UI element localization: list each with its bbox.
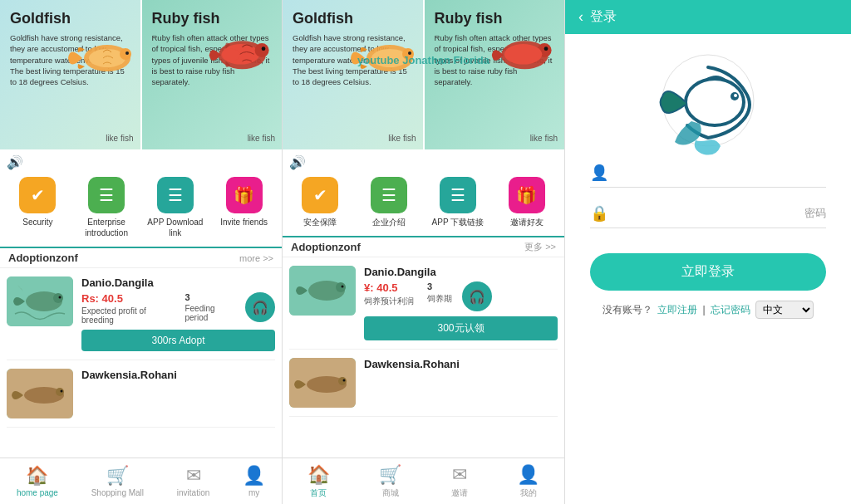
left-adopt-btn-1[interactable]: 300rs Adopt [81,330,275,351]
middle-panel: Goldfish Goldfish have strong resistance… [283,0,565,504]
fish-logo [650,51,766,159]
enterprise-label: Enterprise introduction [77,217,135,238]
middle-fish-price-1: ¥: 40.5 [364,281,414,294]
security-label: Security [22,217,52,228]
middle-fish-name-1: Danio.Dangila [364,266,558,278]
middle-enterprise-label: 企业介绍 [372,217,406,228]
user-icon: 👤 [590,164,608,182]
right-panel: ‹ 登录 👤 [565,0,851,504]
left-icon-security[interactable]: ✔ Security [8,177,66,238]
middle-section-title: Adoptionzonf [291,241,361,253]
left-icon-enterprise[interactable]: ☰ Enterprise introduction [77,177,135,238]
fish-cards: Goldfish Goldfish have strong resistance… [0,0,282,149]
left-fish-list: Danio.Dangila Rs: 40.5 Expected profit o… [0,268,282,458]
middle-fish-period-1: 饲养预计利润 [364,296,414,307]
middle-app-download-label: APP 下载链接 [432,217,485,228]
goldfish-like[interactable]: like fish [106,134,133,143]
enterprise-icon-box: ☰ [88,177,125,213]
middle-fish-cards: Goldfish Goldfish have strong resistance… [283,0,564,149]
goldfish-card[interactable]: Goldfish Goldfish have strong resistance… [0,0,142,149]
left-support-badge-1: 🎧 [245,292,275,322]
middle-icon-security[interactable]: ✔ 安全保障 [291,177,349,228]
left-nav-my[interactable]: 👤 my [243,465,265,497]
register-link[interactable]: 立即注册 [657,303,697,317]
invitation-icon: ✉ [186,465,201,487]
left-more-link[interactable]: more >> [239,253,273,263]
middle-goldfish-card[interactable]: Goldfish Goldfish have strong resistance… [283,0,425,149]
left-fish-thumb-2 [7,369,73,418]
middle-nav-invitation[interactable]: ✉ 邀请 [451,464,468,499]
middle-invite-label: 邀请好友 [510,217,544,228]
lock-icon: 🔒 [590,204,608,223]
password-label: 密码 [804,206,826,221]
left-fish-info-1: Danio.Dangila Rs: 40.5 Expected profit o… [81,276,275,351]
middle-fish-item-2: Dawkensia.Rohani [289,350,558,417]
left-nav-home[interactable]: 🏠 home page [17,465,58,497]
svg-point-2 [120,48,131,60]
middle-fish-item-1: Danio.Dangila ¥: 40.5 饲养预计利润 3 饲养期 🎧 300… [289,257,558,350]
svg-point-8 [221,49,240,61]
middle-invite-icon: 🎁 [509,177,545,213]
login-content: 👤 🔒 密码 立即登录 没有账号？ 立即注册 | 忘记密码 中文 English [565,34,851,504]
goldfish-image [61,29,136,83]
security-icon-box: ✔ [19,177,56,213]
svg-point-7 [262,46,266,51]
middle-icon-grid: ✔ 安全保障 ☰ 企业介绍 ☰ APP 下载链接 🎁 邀请好友 [283,172,564,236]
app-download-label: APP Download link [146,217,204,238]
rubyfish-like[interactable]: like fish [248,134,275,143]
svg-point-12 [59,296,61,299]
my-icon: 👤 [243,465,265,487]
middle-fish-thumb-2 [289,358,356,408]
rubyfish-card[interactable]: Ruby fish Ruby fish often attack other t… [142,0,283,149]
middle-nav-my-label: 我的 [520,487,537,499]
invite-label: Invite friends [220,217,268,228]
middle-security-icon: ✔ [302,177,338,213]
invite-icon-box: 🎁 [226,177,263,213]
middle-nav-my[interactable]: 👤 我的 [517,464,539,499]
middle-icon-invite[interactable]: 🎁 邀请好友 [498,177,556,228]
username-input[interactable] [617,166,826,179]
forgot-link[interactable]: 忘记密码 [711,303,750,317]
middle-icon-enterprise[interactable]: ☰ 企业介绍 [360,177,418,228]
middle-nav-shopping[interactable]: 🛒 商城 [379,464,401,499]
password-input[interactable] [617,207,804,220]
middle-enterprise-icon: ☰ [371,177,407,213]
svg-point-31 [338,377,347,385]
app-download-icon-box: ☰ [157,177,194,213]
middle-icon-app-download[interactable]: ☰ APP 下载链接 [429,177,487,228]
svg-point-11 [53,293,63,303]
left-nav-shopping[interactable]: 🛒 Shopping Mall [91,465,144,497]
middle-fish-name-2: Dawkensia.Rohani [364,358,558,370]
language-select[interactable]: 中文 English [755,301,814,319]
back-arrow-icon[interactable]: ‹ [578,8,583,26]
left-sound-icon: 🔊 [7,154,23,170]
no-account-text: 没有账号？ [603,303,652,317]
left-fish-item-2: Dawkensia.Rohani [7,360,275,428]
middle-security-label: 安全保障 [303,217,337,228]
right-header-title: 登录 [590,8,617,26]
middle-rubyfish-card[interactable]: Ruby fish Ruby fish often attack other t… [425,0,565,149]
left-nav-invitation[interactable]: ✉ invitation [177,465,209,497]
middle-fish-thumb-1 [289,266,356,316]
left-nav-home-label: home page [17,488,58,497]
svg-point-32 [343,379,346,382]
register-row: 没有账号？ 立即注册 | 忘记密码 中文 English [603,301,813,319]
login-button[interactable]: 立即登录 [590,253,826,291]
left-icon-app-download[interactable]: ☰ APP Download link [146,177,204,238]
right-header: ‹ 登录 [565,0,851,34]
svg-point-16 [61,390,63,393]
watermark-row: 🔊 youtube Jonathan Florida [283,149,564,172]
left-fish-item-1: Danio.Dangila Rs: 40.5 Expected profit o… [7,268,275,360]
svg-point-15 [56,388,64,396]
middle-rubyfish-image [489,25,560,79]
left-fish-period-label-1: Expected profit of breeding [81,306,171,325]
left-icon-invite[interactable]: 🎁 Invite friends [215,177,273,238]
left-fish-count-1: 3 [184,292,235,302]
username-row: 👤 [590,159,826,188]
left-nav-shopping-label: Shopping Mall [91,488,144,497]
middle-adopt-btn-1[interactable]: 300元认领 [364,316,558,340]
middle-nav-home[interactable]: 🏠 首页 [307,464,330,499]
svg-point-3 [125,51,129,55]
middle-more-link[interactable]: 更多 >> [524,241,556,253]
left-nav-my-label: my [248,488,259,497]
